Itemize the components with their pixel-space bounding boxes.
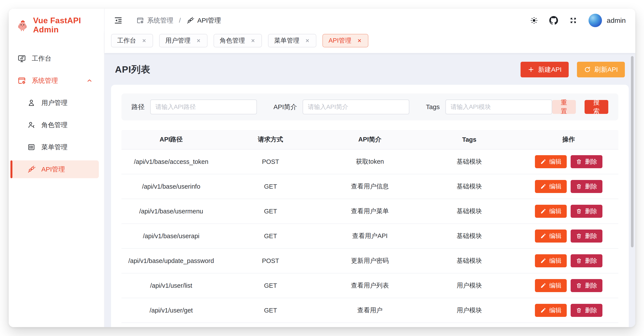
delete-button[interactable]: 删除	[571, 155, 602, 168]
table-row: /api/v1/user/get GET 查看用户 用户模块 编辑 删除	[122, 298, 618, 323]
cell-method: GET	[221, 282, 320, 289]
app-window: Vue FastAPI Admin 工作台	[9, 9, 635, 327]
delete-trash-icon	[576, 208, 582, 214]
close-icon[interactable]	[304, 38, 310, 43]
refresh-api-button[interactable]: 刷新API	[577, 62, 625, 77]
cell-tags: 用户模块	[420, 306, 519, 315]
delete-button[interactable]: 删除	[571, 254, 602, 267]
close-icon[interactable]	[250, 38, 256, 43]
plus-icon	[528, 66, 534, 73]
path-filter-input[interactable]	[150, 100, 257, 114]
cell-summary: 更新用户密码	[320, 256, 420, 265]
sidebar-item-label: 工作台	[32, 54, 52, 63]
app-logo[interactable]: Vue FastAPI Admin	[9, 9, 104, 36]
cell-actions: 编辑 删除	[519, 205, 618, 218]
delete-button[interactable]: 删除	[571, 279, 602, 292]
reset-button[interactable]: 重置	[552, 100, 576, 114]
github-icon[interactable]	[549, 16, 558, 25]
table-row: /api/v1/base/userapi GET 查看用户API 基础模块 编辑…	[122, 224, 618, 249]
sidebar-item-api[interactable]: API管理	[10, 161, 99, 178]
cell-method: GET	[221, 307, 320, 314]
tab-bar: 工作台 用户管理 角色管理 菜单管理 API管理	[104, 31, 635, 53]
table-body: /api/v1/base/access_token POST 获取token 基…	[122, 150, 618, 327]
tags-filter-input[interactable]	[446, 100, 552, 114]
delete-button[interactable]: 删除	[571, 229, 602, 243]
table-row: /api/v1/user/list GET 查看用户列表 用户模块 编辑 删除	[122, 273, 618, 298]
sidebar-item-label: 系统管理	[32, 76, 58, 85]
avatar	[588, 14, 602, 27]
edit-button[interactable]: 编辑	[535, 205, 567, 218]
cell-method: POST	[221, 257, 320, 265]
breadcrumb-current-label: API管理	[197, 16, 221, 25]
delete-button[interactable]: 删除	[571, 304, 602, 317]
fullscreen-icon[interactable]	[569, 16, 578, 25]
edit-button[interactable]: 编辑	[535, 254, 567, 267]
delete-button[interactable]: 删除	[571, 180, 602, 193]
sidebar-item-menus[interactable]: 菜单管理	[10, 138, 99, 156]
table-row: /api/v1/base/userinfo GET 查看用户信息 基础模块 编辑…	[122, 174, 618, 199]
edit-pencil-icon	[540, 283, 546, 289]
summary-filter-input[interactable]	[302, 100, 409, 114]
close-icon[interactable]	[141, 38, 147, 43]
theme-sun-icon[interactable]	[530, 16, 538, 25]
tab[interactable]: 用户管理	[159, 34, 208, 47]
close-icon[interactable]	[196, 38, 202, 43]
header-actions: admin	[530, 14, 626, 27]
cell-summary: 查看用户菜单	[320, 207, 420, 216]
app-title: Vue FastAPI Admin	[33, 16, 100, 34]
tags-filter-label: Tags	[426, 103, 440, 111]
tab[interactable]: API管理	[322, 34, 368, 47]
vertical-scrollbar[interactable]	[631, 56, 634, 247]
edit-button[interactable]: 编辑	[535, 279, 567, 292]
breadcrumb-api[interactable]: API管理	[186, 16, 221, 25]
table-row: /api/v1/base/access_token POST 获取token 基…	[122, 150, 618, 174]
sidebar: Vue FastAPI Admin 工作台	[9, 9, 104, 327]
page-title: API列表	[115, 63, 150, 76]
edit-button[interactable]: 编辑	[535, 180, 567, 193]
cell-actions: 编辑 删除	[519, 180, 618, 193]
sidebar-menu: 工作台 系统管理	[9, 45, 104, 178]
refresh-icon	[584, 66, 591, 73]
api-table-card: 路径 API简介 Tags 重置 搜索	[111, 85, 629, 327]
edit-pencil-icon	[540, 258, 546, 264]
sidebar-item-users[interactable]: 用户管理	[10, 94, 99, 112]
cell-tags: 基础模块	[420, 207, 519, 216]
delete-button[interactable]: 删除	[571, 205, 602, 218]
table-row-partial	[122, 323, 618, 327]
chevron-up-icon	[86, 77, 93, 84]
cell-method: POST	[221, 158, 320, 166]
sidebar-item-system[interactable]: 系统管理	[10, 72, 99, 90]
cell-tags: 用户模块	[420, 281, 519, 290]
delete-trash-icon	[576, 307, 582, 313]
summary-filter-label: API简介	[274, 103, 297, 112]
api-plug-icon	[186, 16, 194, 24]
cell-summary: 查看用户列表	[320, 281, 420, 290]
sidebar-item-label: 角色管理	[41, 121, 68, 130]
table-header: API路径 请求方式 API简介 Tags 操作	[122, 130, 618, 150]
tab[interactable]: 菜单管理	[268, 34, 316, 47]
cell-actions: 编辑 删除	[519, 304, 618, 317]
delete-trash-icon	[576, 159, 582, 165]
sidebar-item-label: 菜单管理	[41, 143, 68, 152]
edit-button[interactable]: 编辑	[535, 229, 567, 243]
sidebar-item-workbench[interactable]: 工作台	[10, 50, 99, 67]
breadcrumb-system[interactable]: 系统管理	[136, 16, 173, 25]
tab[interactable]: 角色管理	[214, 34, 262, 47]
user-menu[interactable]: admin	[588, 14, 626, 27]
edit-pencil-icon	[540, 307, 546, 313]
cell-tags: 基础模块	[420, 182, 519, 191]
cell-tags: 基础模块	[420, 256, 519, 265]
collapse-sidebar-icon[interactable]	[114, 16, 123, 25]
edit-button[interactable]: 编辑	[535, 155, 567, 168]
cell-api-path: /api/v1/base/userapi	[122, 233, 221, 240]
search-button[interactable]: 搜索	[584, 100, 608, 114]
edit-button[interactable]: 编辑	[535, 304, 567, 317]
sidebar-item-roles[interactable]: 角色管理	[10, 116, 99, 134]
cell-summary: 查看用户API	[320, 232, 420, 240]
cell-actions: 编辑 删除	[519, 254, 618, 267]
cell-api-path: /api/v1/base/update_password	[122, 257, 221, 265]
cell-method: GET	[221, 208, 320, 215]
create-api-button[interactable]: 新建API	[520, 62, 568, 77]
tab[interactable]: 工作台	[111, 34, 153, 47]
close-icon[interactable]	[356, 38, 362, 43]
